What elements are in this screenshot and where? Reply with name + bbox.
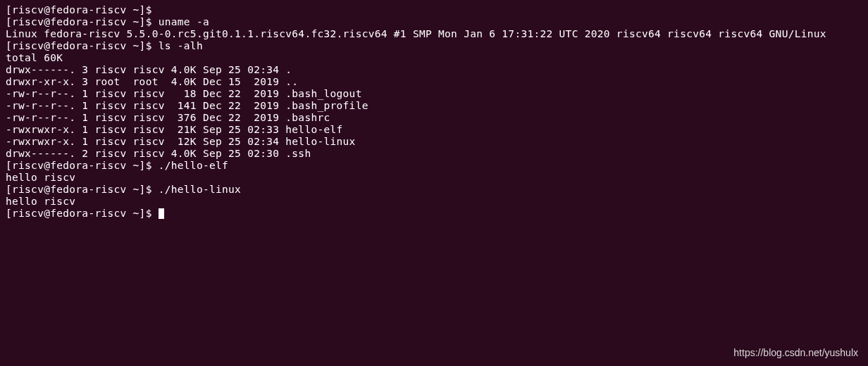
- output-text: -rwxrwxr-x. 1 riscv riscv 12K Sep 25 02:…: [6, 136, 356, 147]
- output-text: hello riscv: [6, 172, 75, 183]
- terminal-line: total 60K: [6, 52, 862, 64]
- output-text: total 60K: [6, 52, 63, 63]
- output-text: drwxr-xr-x. 3 root root 4.0K Dec 15 2019…: [6, 76, 298, 87]
- terminal-line: [riscv@fedora-riscv ~]$ uname -a: [6, 16, 862, 28]
- shell-prompt: [riscv@fedora-riscv ~]$: [6, 40, 152, 51]
- terminal-line: drwx------. 2 riscv riscv 4.0K Sep 25 02…: [6, 148, 862, 160]
- cursor-block: [159, 208, 164, 219]
- terminal-line: [riscv@fedora-riscv ~]$ ./hello-linux: [6, 184, 862, 196]
- output-text: -rwxrwxr-x. 1 riscv riscv 21K Sep 25 02:…: [6, 124, 343, 135]
- terminal-line: drwx------. 3 riscv riscv 4.0K Sep 25 02…: [6, 64, 862, 76]
- output-text: drwx------. 3 riscv riscv 4.0K Sep 25 02…: [6, 64, 292, 75]
- output-text: drwx------. 2 riscv riscv 4.0K Sep 25 02…: [6, 148, 311, 159]
- output-text: -rw-r--r--. 1 riscv riscv 376 Dec 22 201…: [6, 112, 330, 123]
- shell-prompt: [riscv@fedora-riscv ~]$: [6, 184, 152, 195]
- terminal-line: [riscv@fedora-riscv ~]$ ./hello-elf: [6, 160, 862, 172]
- watermark-text: https://blog.csdn.net/yushulx: [733, 347, 858, 359]
- terminal-line: hello riscv: [6, 196, 862, 208]
- terminal-line: -rw-r--r--. 1 riscv riscv 376 Dec 22 201…: [6, 112, 862, 124]
- terminal-line: drwxr-xr-x. 3 root root 4.0K Dec 15 2019…: [6, 76, 862, 88]
- shell-prompt: [riscv@fedora-riscv ~]$: [6, 208, 152, 219]
- output-text: -rw-r--r--. 1 riscv riscv 18 Dec 22 2019…: [6, 88, 362, 99]
- shell-prompt: [riscv@fedora-riscv ~]$: [6, 16, 152, 27]
- terminal-line: [riscv@fedora-riscv ~]$: [6, 4, 862, 16]
- terminal-line: -rwxrwxr-x. 1 riscv riscv 21K Sep 25 02:…: [6, 124, 862, 136]
- shell-command: ./hello-linux: [152, 184, 241, 195]
- output-text: hello riscv: [6, 196, 75, 207]
- terminal-line: [riscv@fedora-riscv ~]$: [6, 208, 862, 220]
- terminal-line: [riscv@fedora-riscv ~]$ ls -alh: [6, 40, 862, 52]
- shell-command: [152, 208, 159, 219]
- terminal-line: -rw-r--r--. 1 riscv riscv 18 Dec 22 2019…: [6, 88, 862, 100]
- shell-command: ls -alh: [152, 40, 203, 51]
- shell-prompt: [riscv@fedora-riscv ~]$: [6, 160, 152, 171]
- terminal-line: -rwxrwxr-x. 1 riscv riscv 12K Sep 25 02:…: [6, 136, 862, 148]
- shell-command: uname -a: [152, 16, 209, 27]
- output-text: -rw-r--r--. 1 riscv riscv 141 Dec 22 201…: [6, 100, 368, 111]
- terminal-output[interactable]: [riscv@fedora-riscv ~]$[riscv@fedora-ris…: [6, 4, 862, 220]
- shell-prompt: [riscv@fedora-riscv ~]$: [6, 4, 152, 15]
- terminal-line: Linux fedora-riscv 5.5.0-0.rc5.git0.1.1.…: [6, 28, 862, 40]
- shell-command: ./hello-elf: [152, 160, 228, 171]
- terminal-line: -rw-r--r--. 1 riscv riscv 141 Dec 22 201…: [6, 100, 862, 112]
- terminal-line: hello riscv: [6, 172, 862, 184]
- output-text: Linux fedora-riscv 5.5.0-0.rc5.git0.1.1.…: [6, 28, 826, 39]
